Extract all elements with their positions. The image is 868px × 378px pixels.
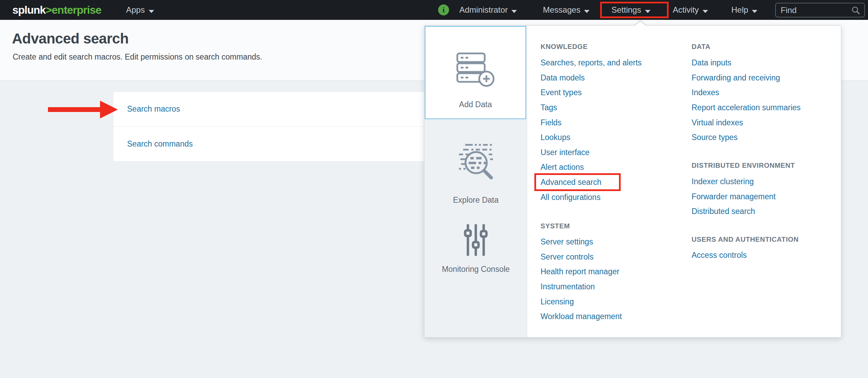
chevron-down-icon <box>149 10 154 13</box>
menu-link[interactable]: Forwarding and receiving <box>692 71 839 86</box>
menu-link[interactable]: Data inputs <box>692 55 839 71</box>
menu-link[interactable]: Forwarder management <box>692 189 839 204</box>
avatar-initial: i <box>443 6 445 14</box>
page-subtitle: Create and edit search macros. Edit perm… <box>13 52 262 62</box>
dropdown-column-knowledge-system: KNOWLEDGE Searches, reports, and alertsD… <box>541 26 688 337</box>
section-header-knowledge: KNOWLEDGE <box>541 43 588 51</box>
nav-messages-label: Messages <box>543 5 580 14</box>
annotation-arrow-head <box>100 101 118 118</box>
settings-dropdown-menu: Add Data <box>424 25 841 338</box>
dropdown-tile-column: Add Data <box>424 26 527 337</box>
list-item-link[interactable]: Search commands <box>127 139 193 149</box>
logo-product: enterprise <box>52 4 101 16</box>
menu-link[interactable]: Report acceleration summaries <box>692 100 839 115</box>
annotation-arrow-tail <box>48 107 101 112</box>
menu-link[interactable]: Indexer clustering <box>692 174 839 189</box>
tile-monitoring-console[interactable]: Monitoring Console <box>424 223 527 276</box>
logo-separator: > <box>46 4 52 16</box>
nav-settings-menu[interactable]: Settings <box>611 5 650 15</box>
menu-link[interactable]: Event types <box>541 85 688 100</box>
distributed-links: Indexer clusteringForwarder managementDi… <box>692 174 839 219</box>
section-header-users-authentication: USERS AND AUTHENTICATION <box>692 236 799 243</box>
menu-link[interactable]: Indexes <box>692 85 839 100</box>
menu-link[interactable]: User interface <box>541 145 688 160</box>
menu-link[interactable]: Access controls <box>692 248 839 263</box>
system-links: Server settingsServer controlsHealth rep… <box>541 235 688 324</box>
menu-link[interactable]: Alert actions <box>541 160 688 175</box>
menu-link[interactable]: All configurations <box>541 190 688 205</box>
splunk-enterprise-screen: splunk>enterprise Apps i Administrator M… <box>0 0 868 378</box>
menu-link[interactable]: Workload management <box>541 309 688 324</box>
find-search-box[interactable] <box>775 3 865 17</box>
data-links: Data inputsForwarding and receivingIndex… <box>692 55 839 145</box>
tile-monitoring-console-label: Monitoring Console <box>436 262 515 276</box>
nav-help-menu[interactable]: Help <box>731 5 757 15</box>
menu-link[interactable]: Server controls <box>541 250 688 265</box>
chevron-down-icon <box>511 10 517 13</box>
menu-link[interactable]: Searches, reports, and alerts <box>541 55 688 71</box>
nav-apps-menu[interactable]: Apps <box>126 5 154 15</box>
menu-link[interactable]: Server settings <box>541 235 688 250</box>
nav-activity-label: Activity <box>673 5 699 14</box>
section-header-data: DATA <box>692 43 710 51</box>
menu-link[interactable]: Distributed search <box>692 204 839 219</box>
tile-add-data-label: Add Data <box>436 97 515 112</box>
menu-link[interactable]: Fields <box>541 115 688 130</box>
nav-help-label: Help <box>731 5 748 14</box>
menu-link[interactable]: Advanced search <box>541 175 688 190</box>
add-data-icon <box>456 51 495 88</box>
menu-link[interactable]: Lookups <box>541 130 688 145</box>
dropdown-column-data-distributed-users: DATA Data inputsForwarding and receiving… <box>692 26 839 337</box>
knowledge-links: Searches, reports, and alertsData models… <box>541 55 688 205</box>
nav-administrator-menu[interactable]: Administrator <box>459 5 517 15</box>
list-item-link[interactable]: Search macros <box>127 104 180 114</box>
logo-brand: splunk <box>12 4 46 16</box>
menu-link[interactable]: Data models <box>541 71 688 86</box>
explore-data-icon <box>455 141 497 183</box>
nav-apps-label: Apps <box>126 5 145 14</box>
nav-activity-menu[interactable]: Activity <box>673 5 708 15</box>
tile-add-data[interactable]: Add Data <box>425 26 526 119</box>
nav-settings-label: Settings <box>611 5 641 14</box>
nav-administrator-label: Administrator <box>459 5 508 14</box>
chevron-down-icon <box>584 10 590 13</box>
monitoring-console-icon <box>464 223 488 256</box>
section-header-system: SYSTEM <box>541 222 570 230</box>
tile-explore-data[interactable]: Explore Data <box>424 141 527 207</box>
top-nav-bar: splunk>enterprise Apps i Administrator M… <box>0 0 868 20</box>
menu-link[interactable]: Tags <box>541 100 688 115</box>
chevron-down-icon <box>703 10 708 13</box>
splunk-logo[interactable]: splunk>enterprise <box>12 4 101 16</box>
nav-messages-menu[interactable]: Messages <box>543 5 590 15</box>
tile-explore-data-label: Explore Data <box>436 193 515 207</box>
page-title: Advanced search <box>12 30 128 47</box>
menu-link[interactable]: Virtual indexes <box>692 115 839 130</box>
menu-link[interactable]: Licensing <box>541 294 688 309</box>
chevron-down-icon <box>645 10 650 13</box>
menu-link[interactable]: Instrumentation <box>541 279 688 294</box>
users-auth-links: Access controls <box>692 248 839 263</box>
menu-link[interactable]: Health report manager <box>541 264 688 279</box>
dropdown-caret <box>633 20 647 26</box>
menu-link[interactable]: Source types <box>692 130 839 145</box>
chevron-down-icon <box>752 10 757 13</box>
search-icon <box>851 6 860 15</box>
user-avatar[interactable]: i <box>438 4 449 15</box>
find-input[interactable] <box>780 5 849 15</box>
section-header-distributed-environment: DISTRIBUTED ENVIRONMENT <box>692 162 795 169</box>
